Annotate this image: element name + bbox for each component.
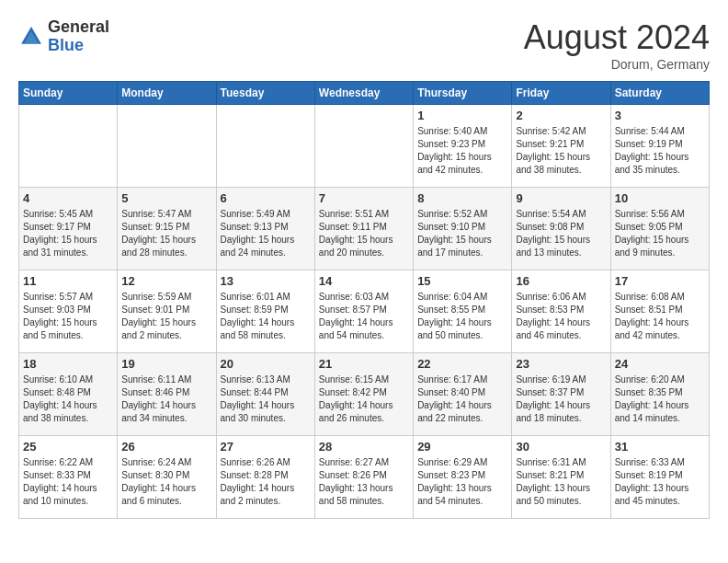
calendar-cell: 7Sunrise: 5:51 AM Sunset: 9:11 PM Daylig… — [314, 188, 413, 270]
day-number: 26 — [121, 440, 211, 454]
day-number: 19 — [121, 357, 211, 371]
weekday-header: Thursday — [414, 82, 512, 105]
day-number: 12 — [121, 274, 211, 288]
calendar-cell: 19Sunrise: 6:11 AM Sunset: 8:46 PM Dayli… — [118, 353, 216, 436]
day-info: Sunrise: 6:17 AM Sunset: 8:40 PM Dayligh… — [417, 373, 507, 425]
day-number: 16 — [516, 274, 606, 288]
day-info: Sunrise: 6:31 AM Sunset: 8:21 PM Dayligh… — [516, 456, 606, 508]
calendar-cell — [19, 105, 118, 188]
day-info: Sunrise: 5:52 AM Sunset: 9:10 PM Dayligh… — [417, 208, 507, 259]
day-info: Sunrise: 6:11 AM Sunset: 8:46 PM Dayligh… — [121, 373, 211, 425]
calendar-cell: 17Sunrise: 6:08 AM Sunset: 8:51 PM Dayli… — [610, 270, 709, 353]
calendar-cell: 2Sunrise: 5:42 AM Sunset: 9:21 PM Daylig… — [512, 105, 610, 188]
day-number: 22 — [417, 357, 507, 371]
day-number: 4 — [23, 191, 113, 205]
calendar-cell: 28Sunrise: 6:27 AM Sunset: 8:26 PM Dayli… — [314, 436, 413, 519]
day-number: 27 — [221, 440, 311, 454]
day-info: Sunrise: 6:08 AM Sunset: 8:51 PM Dayligh… — [615, 291, 705, 342]
day-info: Sunrise: 6:22 AM Sunset: 8:33 PM Dayligh… — [23, 456, 113, 508]
day-info: Sunrise: 5:42 AM Sunset: 9:21 PM Dayligh… — [516, 125, 606, 177]
day-number: 9 — [516, 191, 606, 205]
day-info: Sunrise: 6:03 AM Sunset: 8:57 PM Dayligh… — [319, 291, 409, 342]
day-info: Sunrise: 6:20 AM Sunset: 8:35 PM Dayligh… — [615, 373, 705, 425]
day-number: 25 — [23, 440, 113, 454]
weekday-header: Saturday — [610, 82, 709, 105]
day-number: 14 — [319, 274, 409, 288]
page-header: General Blue August 2024 Dorum, Germany — [18, 18, 710, 72]
calendar-cell: 24Sunrise: 6:20 AM Sunset: 8:35 PM Dayli… — [610, 353, 709, 436]
calendar-cell: 30Sunrise: 6:31 AM Sunset: 8:21 PM Dayli… — [512, 436, 610, 519]
day-info: Sunrise: 6:06 AM Sunset: 8:53 PM Dayligh… — [516, 291, 606, 342]
day-number: 17 — [615, 274, 705, 288]
day-number: 5 — [121, 191, 211, 205]
day-info: Sunrise: 5:45 AM Sunset: 9:17 PM Dayligh… — [23, 208, 113, 259]
calendar-cell: 14Sunrise: 6:03 AM Sunset: 8:57 PM Dayli… — [314, 270, 413, 353]
calendar-cell: 4Sunrise: 5:45 AM Sunset: 9:17 PM Daylig… — [19, 188, 118, 270]
calendar-cell: 29Sunrise: 6:29 AM Sunset: 8:23 PM Dayli… — [414, 436, 512, 519]
calendar-cell: 15Sunrise: 6:04 AM Sunset: 8:55 PM Dayli… — [414, 270, 512, 353]
calendar-cell: 6Sunrise: 5:49 AM Sunset: 9:13 PM Daylig… — [216, 188, 314, 270]
calendar-cell: 3Sunrise: 5:44 AM Sunset: 9:19 PM Daylig… — [610, 105, 709, 188]
logo-icon — [18, 24, 44, 50]
day-info: Sunrise: 5:47 AM Sunset: 9:15 PM Dayligh… — [121, 208, 211, 259]
day-number: 23 — [516, 357, 606, 371]
day-number: 18 — [23, 357, 113, 371]
day-info: Sunrise: 5:51 AM Sunset: 9:11 PM Dayligh… — [319, 208, 409, 259]
day-info: Sunrise: 6:29 AM Sunset: 8:23 PM Dayligh… — [417, 456, 507, 508]
calendar-cell: 8Sunrise: 5:52 AM Sunset: 9:10 PM Daylig… — [414, 188, 512, 270]
day-number: 13 — [221, 274, 311, 288]
calendar-cell: 13Sunrise: 6:01 AM Sunset: 8:59 PM Dayli… — [216, 270, 314, 353]
day-number: 8 — [417, 191, 507, 205]
weekday-header: Sunday — [19, 82, 118, 105]
location: Dorum, Germany — [524, 57, 710, 72]
day-info: Sunrise: 5:57 AM Sunset: 9:03 PM Dayligh… — [23, 291, 113, 342]
day-info: Sunrise: 6:33 AM Sunset: 8:19 PM Dayligh… — [615, 456, 705, 508]
calendar-cell: 25Sunrise: 6:22 AM Sunset: 8:33 PM Dayli… — [19, 436, 118, 519]
calendar-cell: 16Sunrise: 6:06 AM Sunset: 8:53 PM Dayli… — [512, 270, 610, 353]
day-number: 11 — [23, 274, 113, 288]
calendar-cell: 18Sunrise: 6:10 AM Sunset: 8:48 PM Dayli… — [19, 353, 118, 436]
day-number: 21 — [319, 357, 409, 371]
day-info: Sunrise: 5:59 AM Sunset: 9:01 PM Dayligh… — [121, 291, 211, 342]
day-info: Sunrise: 6:19 AM Sunset: 8:37 PM Dayligh… — [516, 373, 606, 425]
calendar-cell: 31Sunrise: 6:33 AM Sunset: 8:19 PM Dayli… — [610, 436, 709, 519]
day-number: 2 — [516, 109, 606, 122]
logo-blue: Blue — [48, 37, 109, 55]
day-number: 29 — [417, 440, 507, 454]
weekday-header: Monday — [118, 82, 216, 105]
day-number: 6 — [221, 191, 311, 205]
day-info: Sunrise: 6:10 AM Sunset: 8:48 PM Dayligh… — [23, 373, 113, 425]
day-info: Sunrise: 6:13 AM Sunset: 8:44 PM Dayligh… — [221, 373, 311, 425]
day-number: 7 — [319, 191, 409, 205]
day-number: 15 — [417, 274, 507, 288]
day-number: 20 — [221, 357, 311, 371]
calendar-body: 1Sunrise: 5:40 AM Sunset: 9:23 PM Daylig… — [19, 105, 710, 519]
day-info: Sunrise: 5:54 AM Sunset: 9:08 PM Dayligh… — [516, 208, 606, 259]
calendar-table: SundayMondayTuesdayWednesdayThursdayFrid… — [18, 81, 710, 519]
calendar-header: SundayMondayTuesdayWednesdayThursdayFrid… — [19, 82, 710, 105]
month-title: August 2024 — [524, 18, 710, 57]
calendar-cell — [216, 105, 314, 188]
day-info: Sunrise: 5:40 AM Sunset: 9:23 PM Dayligh… — [417, 125, 507, 177]
day-info: Sunrise: 5:56 AM Sunset: 9:05 PM Dayligh… — [615, 208, 705, 259]
calendar-cell: 1Sunrise: 5:40 AM Sunset: 9:23 PM Daylig… — [414, 105, 512, 188]
day-info: Sunrise: 6:01 AM Sunset: 8:59 PM Dayligh… — [221, 291, 311, 342]
calendar-cell: 9Sunrise: 5:54 AM Sunset: 9:08 PM Daylig… — [512, 188, 610, 270]
day-info: Sunrise: 5:44 AM Sunset: 9:19 PM Dayligh… — [615, 125, 705, 177]
calendar-cell: 21Sunrise: 6:15 AM Sunset: 8:42 PM Dayli… — [314, 353, 413, 436]
day-info: Sunrise: 6:24 AM Sunset: 8:30 PM Dayligh… — [121, 456, 211, 508]
calendar-cell: 27Sunrise: 6:26 AM Sunset: 8:28 PM Dayli… — [216, 436, 314, 519]
day-number: 30 — [516, 440, 606, 454]
calendar-cell — [118, 105, 216, 188]
day-info: Sunrise: 6:15 AM Sunset: 8:42 PM Dayligh… — [319, 373, 409, 425]
weekday-header: Friday — [512, 82, 610, 105]
calendar-cell: 26Sunrise: 6:24 AM Sunset: 8:30 PM Dayli… — [118, 436, 216, 519]
calendar-week-row: 11Sunrise: 5:57 AM Sunset: 9:03 PM Dayli… — [19, 270, 710, 353]
day-number: 24 — [615, 357, 705, 371]
calendar-cell: 10Sunrise: 5:56 AM Sunset: 9:05 PM Dayli… — [610, 188, 709, 270]
day-number: 28 — [319, 440, 409, 454]
weekday-row: SundayMondayTuesdayWednesdayThursdayFrid… — [19, 82, 710, 105]
day-info: Sunrise: 6:04 AM Sunset: 8:55 PM Dayligh… — [417, 291, 507, 342]
weekday-header: Wednesday — [314, 82, 413, 105]
calendar-cell: 11Sunrise: 5:57 AM Sunset: 9:03 PM Dayli… — [19, 270, 118, 353]
